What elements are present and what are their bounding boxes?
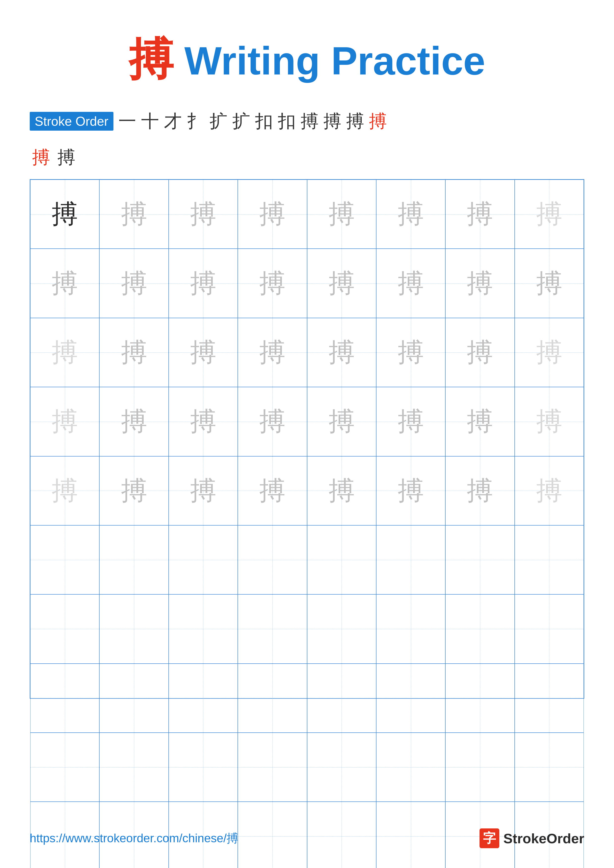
grid-cell[interactable]: 搏 bbox=[376, 456, 445, 525]
grid-cell[interactable] bbox=[376, 663, 445, 733]
grid-cell[interactable] bbox=[515, 663, 584, 733]
grid-cell[interactable]: 搏 bbox=[169, 387, 238, 456]
writing-grid[interactable]: 搏搏搏搏搏搏搏搏搏搏搏搏搏搏搏搏搏搏搏搏搏搏搏搏搏搏搏搏搏搏搏搏搏搏搏搏搏搏搏搏 bbox=[30, 179, 584, 699]
footer-logo: 字 StrokeOrder bbox=[479, 828, 584, 848]
stroke-char-8: 扣 bbox=[275, 109, 298, 133]
footer-url: https://www.strokeorder.com/chinese/搏 bbox=[30, 831, 238, 846]
grid-cell[interactable]: 搏 bbox=[515, 318, 584, 387]
grid-cell[interactable] bbox=[515, 525, 584, 594]
grid-cell[interactable] bbox=[169, 594, 238, 663]
stroke-char-6: 扩 bbox=[230, 109, 253, 133]
footer-logo-icon: 字 bbox=[479, 828, 499, 848]
grid-cell[interactable] bbox=[99, 594, 168, 663]
stroke-extra-1: 搏 bbox=[30, 146, 53, 169]
footer-logo-char: 字 bbox=[483, 830, 496, 847]
grid-cell[interactable] bbox=[307, 663, 376, 733]
stroke-char-5: 扩 bbox=[207, 109, 230, 133]
grid-cell[interactable]: 搏 bbox=[376, 249, 445, 318]
grid-cell[interactable]: 搏 bbox=[445, 180, 515, 249]
grid-cell[interactable] bbox=[445, 663, 515, 733]
grid-cell[interactable]: 搏 bbox=[169, 318, 238, 387]
stroke-order-badge: Stroke Order bbox=[30, 112, 113, 131]
grid-cell[interactable] bbox=[307, 733, 376, 802]
page: 搏 Writing Practice Stroke Order 一 十 才 扌 … bbox=[0, 0, 614, 868]
stroke-char-9: 搏 bbox=[298, 109, 321, 133]
grid-cell[interactable]: 搏 bbox=[376, 180, 445, 249]
grid-cell[interactable]: 搏 bbox=[99, 180, 168, 249]
grid-cell[interactable] bbox=[376, 525, 445, 594]
stroke-extra-2: 搏 bbox=[55, 146, 78, 169]
stroke-chars-row: 一 十 才 扌 扩 扩 扣 扣 搏 搏 搏 搏 bbox=[116, 109, 389, 133]
grid-cell[interactable] bbox=[169, 525, 238, 594]
grid-cell[interactable]: 搏 bbox=[30, 249, 99, 318]
grid-cell[interactable]: 搏 bbox=[307, 180, 376, 249]
grid-cell[interactable]: 搏 bbox=[515, 249, 584, 318]
footer-logo-text: StrokeOrder bbox=[503, 831, 584, 846]
title-english-text: Writing Practice bbox=[173, 39, 485, 83]
grid-cell[interactable] bbox=[30, 663, 99, 733]
grid-cell[interactable]: 搏 bbox=[238, 180, 307, 249]
stroke-char-11: 搏 bbox=[344, 109, 367, 133]
grid-cell[interactable] bbox=[376, 594, 445, 663]
stroke-char-4: 扌 bbox=[184, 109, 207, 133]
grid-cell[interactable] bbox=[238, 663, 307, 733]
grid-cell[interactable]: 搏 bbox=[30, 318, 99, 387]
grid-cell[interactable] bbox=[99, 663, 168, 733]
grid-cell[interactable] bbox=[238, 594, 307, 663]
grid-cell[interactable] bbox=[169, 733, 238, 802]
grid-cell[interactable] bbox=[445, 525, 515, 594]
grid-cell[interactable]: 搏 bbox=[169, 456, 238, 525]
grid-cell[interactable]: 搏 bbox=[445, 318, 515, 387]
grid-cell[interactable] bbox=[307, 525, 376, 594]
grid-cell[interactable] bbox=[238, 525, 307, 594]
stroke-char-3: 才 bbox=[162, 109, 184, 133]
grid-cell[interactable]: 搏 bbox=[238, 456, 307, 525]
stroke-char-2: 十 bbox=[139, 109, 162, 133]
grid-cell[interactable]: 搏 bbox=[307, 387, 376, 456]
grid-cell[interactable] bbox=[99, 525, 168, 594]
stroke-char-10: 搏 bbox=[321, 109, 344, 133]
grid-cell[interactable] bbox=[30, 733, 99, 802]
stroke-char-12: 搏 bbox=[367, 109, 389, 133]
grid-cell[interactable]: 搏 bbox=[515, 456, 584, 525]
grid-cell[interactable]: 搏 bbox=[376, 387, 445, 456]
stroke-extra-row: 搏 搏 bbox=[30, 146, 584, 169]
grid-cell[interactable]: 搏 bbox=[307, 249, 376, 318]
grid-cell[interactable] bbox=[515, 594, 584, 663]
grid-cell[interactable] bbox=[238, 733, 307, 802]
grid-cell[interactable]: 搏 bbox=[307, 318, 376, 387]
grid-cell[interactable] bbox=[376, 733, 445, 802]
grid-cell[interactable]: 搏 bbox=[445, 387, 515, 456]
grid-cell[interactable] bbox=[445, 594, 515, 663]
footer: https://www.strokeorder.com/chinese/搏 字 … bbox=[30, 828, 584, 848]
grid-cell[interactable] bbox=[445, 733, 515, 802]
stroke-order-section: Stroke Order 一 十 才 扌 扩 扩 扣 扣 搏 搏 搏 搏 bbox=[30, 109, 584, 133]
grid-cell[interactable]: 搏 bbox=[30, 387, 99, 456]
grid-cell[interactable] bbox=[30, 594, 99, 663]
grid-cell[interactable]: 搏 bbox=[30, 180, 99, 249]
grid-cell[interactable] bbox=[169, 663, 238, 733]
title-chinese-char: 搏 bbox=[129, 35, 173, 84]
grid-cell[interactable]: 搏 bbox=[376, 318, 445, 387]
grid-cell[interactable] bbox=[30, 525, 99, 594]
grid-cell[interactable]: 搏 bbox=[169, 180, 238, 249]
grid-cell[interactable]: 搏 bbox=[307, 456, 376, 525]
grid-cell[interactable]: 搏 bbox=[99, 318, 168, 387]
stroke-char-7: 扣 bbox=[253, 109, 275, 133]
grid-cell[interactable]: 搏 bbox=[238, 387, 307, 456]
grid-cell[interactable]: 搏 bbox=[169, 249, 238, 318]
grid-cell[interactable]: 搏 bbox=[445, 249, 515, 318]
grid-cell[interactable]: 搏 bbox=[99, 249, 168, 318]
grid-cell[interactable]: 搏 bbox=[238, 249, 307, 318]
grid-cell[interactable]: 搏 bbox=[515, 180, 584, 249]
grid-cell[interactable] bbox=[99, 733, 168, 802]
grid-cell[interactable]: 搏 bbox=[515, 387, 584, 456]
grid-cell[interactable] bbox=[307, 594, 376, 663]
grid-cell[interactable]: 搏 bbox=[445, 456, 515, 525]
grid-cell[interactable]: 搏 bbox=[99, 456, 168, 525]
grid-cell[interactable]: 搏 bbox=[99, 387, 168, 456]
grid-cell[interactable]: 搏 bbox=[30, 456, 99, 525]
grid-cell[interactable] bbox=[515, 733, 584, 802]
title-section: 搏 Writing Practice bbox=[30, 30, 584, 90]
grid-cell[interactable]: 搏 bbox=[238, 318, 307, 387]
